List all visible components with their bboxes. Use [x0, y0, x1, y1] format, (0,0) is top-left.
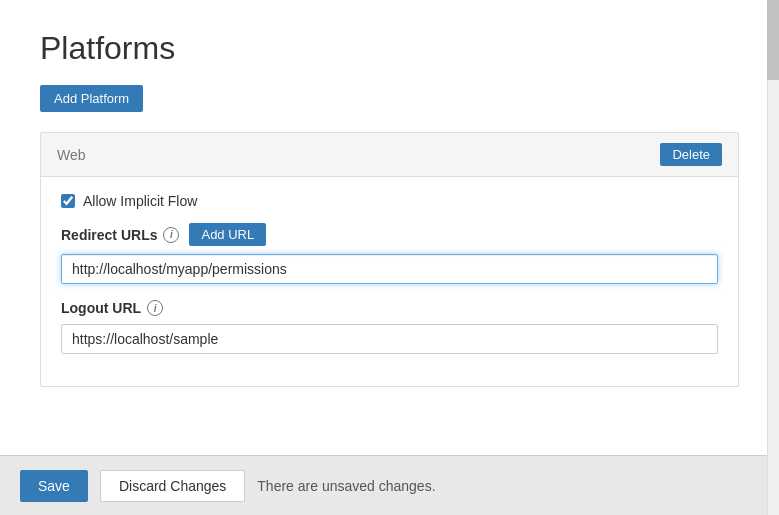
- add-url-button[interactable]: Add URL: [189, 223, 266, 246]
- save-button[interactable]: Save: [20, 470, 88, 502]
- allow-implicit-flow-checkbox[interactable]: [61, 194, 75, 208]
- scrollbar-thumb[interactable]: [767, 0, 779, 80]
- platform-card-body: Allow Implicit Flow Redirect URLs i Add …: [41, 177, 738, 386]
- platform-card-title: Web: [57, 147, 86, 163]
- redirect-urls-info-icon: i: [163, 227, 179, 243]
- discard-changes-button[interactable]: Discard Changes: [100, 470, 245, 502]
- footer-bar: Save Discard Changes There are unsaved c…: [0, 455, 779, 515]
- delete-platform-button[interactable]: Delete: [660, 143, 722, 166]
- logout-url-label-row: Logout URL i: [61, 300, 718, 316]
- logout-url-label: Logout URL: [61, 300, 141, 316]
- platform-card-web: Web Delete Allow Implicit Flow Redirect …: [40, 132, 739, 387]
- page-title: Platforms: [40, 30, 739, 67]
- redirect-urls-label-row: Redirect URLs i Add URL: [61, 223, 718, 246]
- redirect-url-input[interactable]: [61, 254, 718, 284]
- add-platform-button[interactable]: Add Platform: [40, 85, 143, 112]
- allow-implicit-flow-row: Allow Implicit Flow: [61, 193, 718, 209]
- redirect-urls-field: Redirect URLs i Add URL: [61, 223, 718, 284]
- redirect-urls-label: Redirect URLs: [61, 227, 157, 243]
- allow-implicit-flow-label: Allow Implicit Flow: [83, 193, 197, 209]
- logout-url-input[interactable]: [61, 324, 718, 354]
- unsaved-changes-message: There are unsaved changes.: [257, 478, 435, 494]
- platform-card-header: Web Delete: [41, 133, 738, 177]
- logout-url-info-icon: i: [147, 300, 163, 316]
- logout-url-field: Logout URL i: [61, 300, 718, 354]
- scrollbar-track: [767, 0, 779, 515]
